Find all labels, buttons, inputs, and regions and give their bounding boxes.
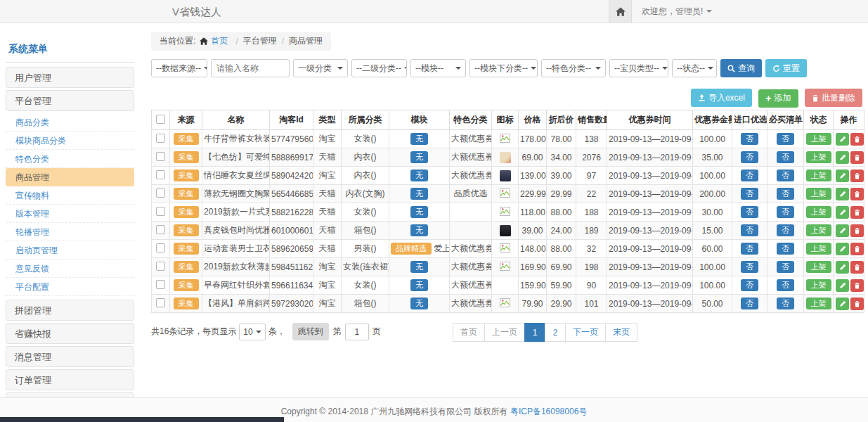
delete-button[interactable] [850,224,864,237]
import-optimal-badge[interactable]: 否 [741,151,758,163]
import-optimal-badge[interactable]: 否 [741,188,758,200]
home-button[interactable] [609,0,632,23]
level2-category-filter[interactable]: --二级分类-- [351,59,407,77]
row-checkbox[interactable] [156,225,165,234]
status-badge[interactable]: 上架 [806,206,831,218]
delete-button[interactable] [850,151,864,164]
batch-delete-button[interactable]: 批量删除 [805,89,862,107]
edit-button[interactable] [836,188,849,200]
edit-button[interactable] [836,243,849,255]
edit-button[interactable] [836,206,849,219]
must-buy-badge[interactable]: 否 [777,298,794,309]
delete-button[interactable] [850,133,864,146]
import-optimal-badge[interactable]: 否 [741,170,758,181]
must-buy-badge[interactable]: 否 [777,188,794,200]
sidebar-item-1[interactable]: 平台管理 [6,90,134,111]
sidebar-subitem-8[interactable]: 意见反馈 [6,260,134,278]
delete-button[interactable] [850,170,864,182]
import-optimal-badge[interactable]: 否 [741,224,758,236]
row-checkbox[interactable] [156,188,165,198]
add-button[interactable]: + 添加 [758,89,798,108]
page-button-2[interactable]: 1 [524,323,545,342]
reset-button[interactable]: 重置 [765,59,807,77]
sidebar-subitem-1[interactable]: 模块商品分类 [6,132,134,150]
import-excel-button[interactable]: 导入excel [691,89,752,107]
row-checkbox[interactable] [156,152,165,161]
sidebar-item-0[interactable]: 用户管理 [6,67,134,88]
must-buy-badge[interactable]: 否 [777,206,794,218]
sidebar-subitem-4[interactable]: 宣传物料 [6,186,134,205]
import-optimal-badge[interactable]: 否 [741,298,758,309]
edit-button[interactable] [836,170,849,182]
import-optimal-badge[interactable]: 否 [741,133,758,145]
row-checkbox[interactable] [156,298,165,307]
sidebar-subitem-0[interactable]: 商品分类 [6,113,134,132]
row-checkbox[interactable] [156,243,165,252]
row-checkbox[interactable] [156,134,165,143]
import-optimal-badge[interactable]: 否 [741,261,758,273]
row-checkbox[interactable] [156,280,165,289]
must-buy-badge[interactable]: 否 [777,243,794,255]
sidebar-item-6[interactable]: 兑换管理 [6,392,134,397]
edit-button[interactable] [836,133,849,146]
query-button[interactable]: 查询 [720,59,762,77]
delete-button[interactable] [850,279,864,292]
status-badge[interactable]: 上架 [806,188,831,200]
name-search-input[interactable] [211,59,290,77]
sidebar-item-2[interactable]: 拼团管理 [6,300,134,321]
sidebar-item-4[interactable]: 消息管理 [6,346,134,367]
delete-button[interactable] [850,206,864,219]
sidebar-subitem-3[interactable]: 商品管理 [6,168,134,186]
icp-link[interactable]: 粤ICP备16098006号 [510,407,587,416]
page-button-3[interactable]: 2 [545,323,566,342]
status-badge[interactable]: 上架 [806,133,831,145]
breadcrumb-home-link[interactable]: 首页 [211,35,228,47]
sidebar-subitem-6[interactable]: 轮播管理 [6,223,134,241]
per-page-select[interactable]: 10 [239,324,265,340]
sidebar-subitem-2[interactable]: 特色分类 [6,150,134,168]
must-buy-badge[interactable]: 否 [777,170,794,181]
import-optimal-badge[interactable]: 否 [741,206,758,218]
row-checkbox[interactable] [156,262,165,271]
source-filter[interactable]: --数据来源-- [151,59,207,77]
module-filter[interactable]: --模块-- [410,59,466,77]
delete-button[interactable] [850,188,864,200]
level1-category-filter[interactable]: 一级分类 [293,59,348,77]
status-badge[interactable]: 上架 [806,151,831,163]
sidebar-item-5[interactable]: 订单管理 [6,369,134,390]
edit-button[interactable] [836,279,849,292]
delete-button[interactable] [850,298,864,310]
edit-button[interactable] [836,298,849,310]
status-badge[interactable]: 上架 [806,261,831,273]
status-badge[interactable]: 上架 [806,243,831,255]
select-all-checkbox[interactable] [156,115,165,124]
import-optimal-badge[interactable]: 否 [741,279,758,291]
status-badge[interactable]: 上架 [806,224,831,236]
must-buy-badge[interactable]: 否 [777,279,794,291]
sidebar-item-3[interactable]: 省赚快报 [6,323,134,344]
sidebar-subitem-5[interactable]: 版本管理 [6,205,134,223]
item-type-filter[interactable]: --宝贝类型-- [609,59,668,77]
edit-button[interactable] [836,151,849,164]
user-menu[interactable]: 欢迎您，管理员! [642,6,712,18]
row-checkbox[interactable] [156,207,165,216]
must-buy-badge[interactable]: 否 [777,261,794,273]
module-subcategory-filter[interactable]: --模块下分类-- [469,59,538,77]
edit-button[interactable] [836,224,849,237]
page-button-1[interactable]: 上一页 [484,323,525,342]
sidebar-subitem-7[interactable]: 启动页管理 [6,241,134,260]
page-button-4[interactable]: 下一页 [565,323,606,342]
status-badge[interactable]: 上架 [806,298,831,309]
must-buy-badge[interactable]: 否 [777,133,794,145]
delete-button[interactable] [850,243,864,255]
sidebar-subitem-9[interactable]: 平台配置 [6,278,134,296]
row-checkbox[interactable] [156,170,165,179]
page-number-input[interactable] [345,324,369,340]
import-optimal-badge[interactable]: 否 [741,243,758,255]
delete-button[interactable] [850,261,864,274]
edit-button[interactable] [836,261,849,274]
must-buy-badge[interactable]: 否 [777,151,794,163]
status-badge[interactable]: 上架 [806,170,831,181]
page-button-5[interactable]: 末页 [605,323,637,342]
jump-button[interactable]: 跳转到 [292,323,329,340]
